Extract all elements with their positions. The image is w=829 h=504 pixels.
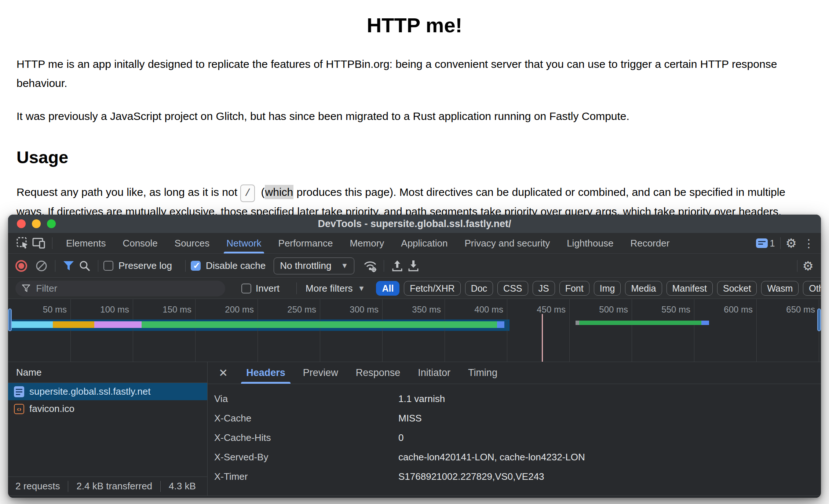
toolbar-divider xyxy=(185,260,186,272)
tab-application[interactable]: Application xyxy=(392,233,456,253)
details-tab-headers[interactable]: Headers xyxy=(237,362,294,384)
supersite-request-bar[interactable] xyxy=(11,321,504,328)
clear-network-log-icon[interactable] xyxy=(35,260,48,272)
migration-paragraph: It was previously a JavaScript project o… xyxy=(17,107,812,126)
network-settings-gear-icon[interactable]: ⚙ xyxy=(803,259,814,273)
timeline-tick-label: 250 ms xyxy=(287,304,316,315)
overview-left-handle[interactable] xyxy=(8,308,12,331)
tab-sources[interactable]: Sources xyxy=(166,233,218,253)
timeline-tick-label: 550 ms xyxy=(661,304,690,315)
inspect-element-icon[interactable] xyxy=(15,236,31,251)
invert-label[interactable]: Invert xyxy=(256,283,280,294)
tab-recorder[interactable]: Recorder xyxy=(622,233,678,253)
requests-table-pane: Name supersite.global.ssl.fastly.net ‹› … xyxy=(8,362,208,496)
timeline-gridline xyxy=(320,299,320,362)
favicon-request-bar[interactable] xyxy=(576,321,709,325)
filter-chip-img[interactable]: Img xyxy=(594,281,621,296)
request-row-favicon[interactable]: ‹› favicon.ico xyxy=(8,400,207,417)
minimize-window-button[interactable] xyxy=(32,219,41,228)
zoom-window-button[interactable] xyxy=(47,219,56,228)
waterfall-segment xyxy=(579,321,701,325)
filter-input[interactable] xyxy=(35,282,219,295)
tab-console[interactable]: Console xyxy=(114,233,166,253)
tabbar-divider xyxy=(52,237,52,249)
network-status-bar: 2 requests 2.4 kB transferred 4.3 kB xyxy=(8,476,207,496)
timeline-tick-label: 650 ms xyxy=(786,304,815,315)
filter-input-pill[interactable] xyxy=(15,281,225,296)
tab-lighthouse[interactable]: Lighthouse xyxy=(558,233,622,253)
filter-chip-all[interactable]: All xyxy=(376,281,399,296)
details-tab-initiator[interactable]: Initiator xyxy=(409,362,459,384)
header-row-x-cache: X-Cache MISS xyxy=(208,409,821,428)
page-title: HTTP me! xyxy=(17,13,812,37)
issues-count[interactable]: 1 xyxy=(770,238,775,249)
timeline-tick-label: 450 ms xyxy=(537,304,566,315)
search-icon[interactable] xyxy=(77,259,93,273)
tab-performance[interactable]: Performance xyxy=(270,233,342,253)
tab-elements[interactable]: Elements xyxy=(58,233,114,253)
filter-chip-socket[interactable]: Socket xyxy=(717,281,757,296)
filter-chip-css[interactable]: CSS xyxy=(497,281,528,296)
filter-chip-wasm[interactable]: Wasm xyxy=(761,281,799,296)
timeline-gridline xyxy=(133,299,133,362)
devtools-titlebar[interactable]: DevTools - supersite.global.ssl.fastly.n… xyxy=(8,215,821,233)
timeline-gridline xyxy=(632,299,632,362)
preserve-log-label[interactable]: Preserve log xyxy=(118,260,172,271)
details-tabbar: ✕ Headers Preview Response Initiator Tim… xyxy=(208,362,821,384)
close-icon[interactable]: ✕ xyxy=(219,366,228,379)
filter-chip-fetch-xhr[interactable]: Fetch/XHR xyxy=(404,281,460,296)
status-divider xyxy=(68,481,68,492)
filter-funnel-icon[interactable] xyxy=(61,259,77,273)
network-main-area: Name supersite.global.ssl.fastly.net ‹› … xyxy=(8,362,821,496)
details-tab-timing[interactable]: Timing xyxy=(459,362,506,384)
more-options-kebab-icon[interactable]: ⋮ xyxy=(803,237,814,250)
filter-chip-other[interactable]: Other xyxy=(803,281,821,296)
status-divider xyxy=(160,481,161,492)
issues-icon[interactable] xyxy=(756,238,768,248)
filter-chip-font[interactable]: Font xyxy=(559,281,589,296)
timeline-gridline xyxy=(445,299,445,362)
disable-cache-checkbox[interactable] xyxy=(191,261,201,271)
header-row-via: Via 1.1 varnish xyxy=(208,389,821,409)
header-row-x-served-by: X-Served-By cache-lon420141-LON, cache-l… xyxy=(208,448,821,467)
network-conditions-icon[interactable] xyxy=(362,259,379,273)
timeline-tick-label: 200 ms xyxy=(225,304,254,315)
tab-privacy-and-security[interactable]: Privacy and security xyxy=(456,233,559,253)
network-filter-row: Invert More filters ▼ All Fetch/XHR Doc … xyxy=(8,278,821,299)
details-tab-response[interactable]: Response xyxy=(347,362,409,384)
close-window-button[interactable] xyxy=(17,219,26,228)
details-tab-preview[interactable]: Preview xyxy=(294,362,347,384)
request-name: supersite.global.ssl.fastly.net xyxy=(29,386,150,397)
network-overview-timeline[interactable]: 50 ms100 ms150 ms200 ms250 ms300 ms350 m… xyxy=(8,299,821,362)
filterrow-divider xyxy=(296,282,297,294)
devtools-window: DevTools - supersite.global.ssl.fastly.n… xyxy=(8,215,821,498)
filter-chip-doc[interactable]: Doc xyxy=(465,281,493,296)
throttling-select[interactable]: No throttling ▼ xyxy=(274,258,354,274)
highlighted-word: which xyxy=(265,185,294,199)
request-row-supersite[interactable]: supersite.global.ssl.fastly.net xyxy=(8,383,207,400)
settings-gear-icon[interactable]: ⚙ xyxy=(786,236,797,251)
window-title: DevTools - supersite.global.ssl.fastly.n… xyxy=(318,218,511,230)
window-bottom-strip xyxy=(8,496,821,498)
filter-chip-js[interactable]: JS xyxy=(533,281,555,296)
filter-chip-media[interactable]: Media xyxy=(625,281,662,296)
invert-checkbox[interactable] xyxy=(241,284,251,293)
export-har-icon[interactable] xyxy=(405,259,421,273)
tab-network[interactable]: Network xyxy=(218,233,270,253)
name-column-header[interactable]: Name xyxy=(8,362,207,383)
preserve-log-checkbox[interactable] xyxy=(103,261,113,271)
disable-cache-label[interactable]: Disable cache xyxy=(206,260,266,271)
waterfall-segment xyxy=(94,321,142,328)
more-filters-label[interactable]: More filters xyxy=(306,283,353,294)
tab-memory[interactable]: Memory xyxy=(341,233,392,253)
waterfall-segment xyxy=(11,321,53,328)
import-har-icon[interactable] xyxy=(389,259,405,273)
usage-text-pre: Request any path you like, as long as it… xyxy=(17,186,237,198)
overview-right-handle[interactable] xyxy=(817,308,821,331)
usage-paren: ( xyxy=(258,186,264,198)
timeline-tick-label: 350 ms xyxy=(412,304,441,315)
usage-heading: Usage xyxy=(17,147,812,167)
record-network-log-button[interactable] xyxy=(15,260,27,272)
device-toolbar-icon[interactable] xyxy=(31,236,47,251)
filter-chip-manifest[interactable]: Manifest xyxy=(667,281,713,296)
